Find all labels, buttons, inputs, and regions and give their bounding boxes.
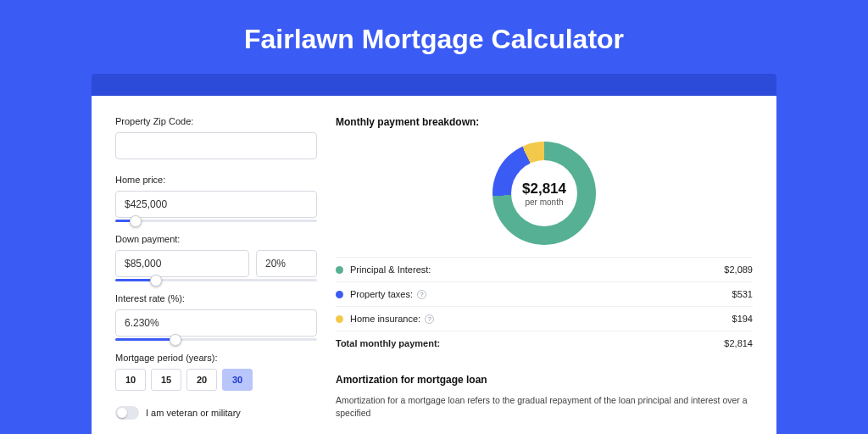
down-slider[interactable]: [115, 279, 317, 281]
period-label: Mortgage period (years):: [115, 353, 317, 363]
price-field: Home price:: [115, 175, 317, 222]
breakdown-row: Home insurance:?$194: [336, 306, 753, 331]
info-icon[interactable]: ?: [425, 314, 434, 324]
period-btn-30[interactable]: 30: [222, 369, 253, 391]
breakdown-label: Principal & Interest:: [350, 264, 724, 275]
price-input[interactable]: [115, 191, 317, 218]
breakdown-value: $194: [732, 314, 753, 324]
calculator-card: Property Zip Code: Home price: Down paym…: [92, 96, 776, 434]
price-label: Home price:: [115, 175, 317, 185]
breakdown-value: $531: [732, 289, 753, 299]
rate-slider-thumb[interactable]: [170, 334, 181, 346]
breakdown-column: Monthly payment breakdown: $2,814 per mo…: [336, 116, 753, 434]
donut-center: $2,814 per month: [511, 160, 577, 226]
down-field: Down payment:: [115, 234, 317, 281]
veteran-label: I am veteran or military: [146, 408, 241, 418]
inputs-column: Property Zip Code: Home price: Down paym…: [115, 116, 317, 434]
breakdown-rows: Principal & Interest:$2,089Property taxe…: [336, 257, 753, 331]
down-label: Down payment:: [115, 234, 317, 244]
legend-dot: [336, 315, 343, 323]
period-btn-20[interactable]: 20: [186, 369, 217, 391]
amort-body: Amortization for a mortgage loan refers …: [336, 394, 753, 420]
breakdown-value: $2,089: [724, 264, 753, 275]
period-btn-10[interactable]: 10: [115, 369, 146, 391]
legend-dot: [336, 266, 343, 274]
total-label: Total monthly payment:: [336, 338, 724, 348]
rate-slider[interactable]: [115, 338, 317, 341]
total-value: $2,814: [724, 338, 753, 348]
veteran-toggle[interactable]: [115, 406, 139, 420]
rate-label: Interest rate (%):: [115, 293, 317, 303]
legend-dot: [336, 291, 343, 298]
price-slider-thumb[interactable]: [130, 215, 142, 227]
breakdown-row: Principal & Interest:$2,089: [336, 257, 753, 281]
breakdown-row: Property taxes:?$531: [336, 281, 753, 306]
header-band: [92, 74, 776, 96]
breakdown-label: Home insurance:?: [350, 314, 732, 324]
rate-input[interactable]: [115, 309, 317, 337]
page-title: Fairlawn Mortgage Calculator: [0, 0, 868, 74]
donut-sub: per month: [525, 198, 563, 207]
period-btn-15[interactable]: 15: [151, 369, 181, 391]
breakdown-total-row: Total monthly payment: $2,814: [336, 331, 753, 355]
down-amount-input[interactable]: [115, 250, 249, 277]
zip-label: Property Zip Code:: [115, 116, 317, 126]
donut-chart-wrap: $2,814 per month: [336, 138, 753, 257]
down-slider-thumb[interactable]: [150, 275, 162, 287]
donut-chart: $2,814 per month: [492, 142, 596, 245]
zip-field: Property Zip Code:: [115, 116, 317, 163]
amort-heading: Amortization for mortgage loan: [336, 374, 753, 386]
down-pct-input[interactable]: [256, 250, 317, 277]
period-options: 10152030: [115, 369, 317, 391]
zip-input[interactable]: [115, 132, 317, 159]
period-field: Mortgage period (years): 10152030: [115, 353, 317, 391]
breakdown-heading: Monthly payment breakdown:: [336, 116, 753, 128]
veteran-row: I am veteran or military: [115, 406, 317, 420]
info-icon[interactable]: ?: [417, 290, 426, 299]
price-slider[interactable]: [115, 220, 317, 222]
donut-value: $2,814: [522, 181, 566, 198]
rate-field: Interest rate (%):: [115, 293, 317, 341]
breakdown-label: Property taxes:?: [350, 289, 732, 299]
